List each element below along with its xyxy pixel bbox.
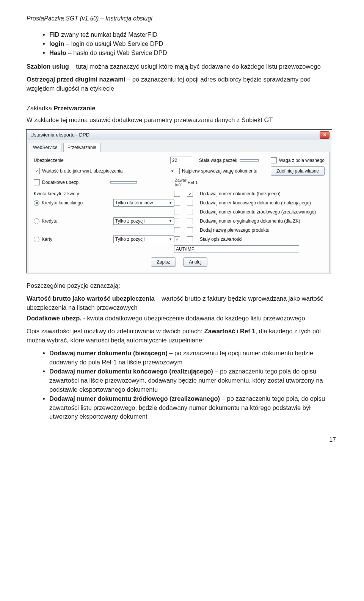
close-icon[interactable]: ✕ bbox=[320, 131, 329, 139]
paragraph-opis-zawartosci: Opis zawartości jest możliwy do zdefinio… bbox=[27, 327, 337, 345]
combo-tylko-pozycji-2-value: Tylko z pozycji bbox=[115, 237, 144, 242]
chevron-down-icon: ▼ bbox=[169, 219, 172, 223]
wartosc-brutto-term: Wartość brutto jako wartość ubezpieczeni… bbox=[27, 295, 155, 302]
opis-part1: Opis zawartości jest możliwy do zdefinio… bbox=[27, 328, 204, 334]
button-zdefiniuj-pola[interactable]: Zdefiniuj pola własne bbox=[271, 166, 325, 176]
cb-zaw-oryg[interactable] bbox=[174, 218, 180, 224]
header-ref1: Ref 1 bbox=[188, 180, 201, 185]
label-dodawaj-koncowego: Dodawaj numer końcowego dokumentu (reali… bbox=[200, 200, 325, 206]
def-fid-text: zwany też numkat bądź MasterFID bbox=[60, 31, 158, 38]
paragraph-wartosc-brutto: Wartość brutto jako wartość ubezpieczeni… bbox=[27, 294, 337, 312]
label-dodatkowe-ubezp: Dodatkowe ubezp. bbox=[42, 180, 110, 185]
def-login-term: login bbox=[49, 40, 64, 47]
combo-tylko-pozycji-1[interactable]: Tylko z pozycji▼ bbox=[113, 217, 174, 225]
tab-pane-przetwarzanie: Ubezpieczenie 22 Stała waga paczek Waga … bbox=[29, 152, 329, 273]
definitions-list: FID zwany też numkat bądź MasterFID logi… bbox=[27, 30, 337, 58]
opis-mid: i bbox=[235, 328, 240, 334]
def-haslo: Hasło – hasło do usługi Web Service DPD bbox=[49, 49, 337, 58]
cb-zaw-staly[interactable] bbox=[174, 236, 180, 242]
cb-zaw-konc[interactable] bbox=[174, 200, 180, 206]
tab-webservice[interactable]: WebService bbox=[29, 143, 61, 152]
label-najpierw-sprawdzaj: Najpierw sprawdzaj wagę dokumentu bbox=[182, 168, 257, 174]
chevron-down-icon: ▼ bbox=[169, 201, 172, 205]
opt-voc-1-term: Dodawaj numer dokumentu (bieżącego) bbox=[49, 350, 168, 356]
tab-strip: WebService Przetwarzanie bbox=[27, 140, 332, 152]
input-ubezpieczenie[interactable]: 22 bbox=[170, 157, 192, 164]
cb-zaw-zrod[interactable] bbox=[174, 209, 180, 215]
cb-zaw-biez[interactable] bbox=[174, 191, 180, 197]
label-kwota-kredytu: Kwota kredytu z kwoty bbox=[34, 191, 113, 196]
cb-ref1-staly[interactable] bbox=[187, 236, 193, 242]
section-zakladka: Zakładka Przetwarzanie bbox=[27, 105, 337, 112]
cb-ref1-konc[interactable] bbox=[187, 200, 193, 206]
dodatkowe-ubezp-text: - kwota dodatkowego ubezpieczenie dodawa… bbox=[82, 315, 305, 322]
button-anuluj[interactable]: Anuluj bbox=[183, 257, 207, 267]
cb-zaw-nazwe[interactable] bbox=[174, 227, 180, 233]
label-dodawaj-zrodlowego: Dodawaj numer dokumentu źródłowego (zrea… bbox=[200, 209, 325, 215]
label-kredytu-kupieckiego: Kredytu kupieckiego bbox=[42, 200, 83, 206]
cb-ref1-zrod[interactable] bbox=[187, 209, 193, 215]
label-dodaj-nazwe: Dodaj nazwę pierwszego produktu bbox=[200, 228, 325, 233]
checkbox-wartosc-brutto[interactable] bbox=[34, 168, 40, 174]
label-stala-waga: Stała waga paczek bbox=[199, 158, 237, 163]
paragraph-ostrzegaj: Ostrzegaj przed długimi nazwami – po zaz… bbox=[27, 75, 337, 93]
label-dodawaj-oryginalnego: Dodawaj numer oryginalnego dokumentu (dl… bbox=[200, 218, 325, 224]
dialog-title-bar: Ustawienia eksportu - DPD ✕ bbox=[27, 130, 332, 140]
export-settings-dialog: Ustawienia eksportu - DPD ✕ WebService P… bbox=[27, 130, 332, 273]
opt-koncowego: Dodawaj numer dokumentu końcowego (reali… bbox=[49, 367, 337, 394]
def-login-text: – login do usługi Web Service DPD bbox=[64, 40, 163, 47]
def-fid: FID zwany też numkat bądź MasterFID bbox=[49, 30, 337, 39]
opt-biezacego: Dodawaj numer dokumentu (bieżącego) – po… bbox=[49, 349, 337, 367]
tab-przetwarzanie[interactable]: Przetwarzanie bbox=[63, 143, 100, 152]
header-zawartosc: Zawar tość bbox=[175, 178, 188, 187]
label-dodawaj-biezacego: Dodawaj numer dokumentu (bieżącego) bbox=[200, 191, 325, 196]
cb-ref1-biez[interactable] bbox=[187, 191, 193, 197]
radio-kredytu[interactable] bbox=[34, 218, 39, 224]
szablon-term: Szablon usług bbox=[27, 63, 69, 70]
document-header: ProstaPaczka SGT (v1.50) – Instrukcja ob… bbox=[27, 15, 337, 22]
paragraph-zakladka: W zakładce tej można ustawić dodatkowe p… bbox=[27, 116, 337, 125]
chevron-down-icon: ▼ bbox=[169, 237, 172, 241]
page-number: 17 bbox=[27, 436, 337, 443]
input-stala-waga[interactable] bbox=[240, 159, 259, 162]
input-dodatkowe-ubezp[interactable] bbox=[110, 181, 137, 184]
dodatkowe-ubezp-term: Dodatkowe ubezp. bbox=[27, 315, 82, 322]
cb-ref1-nazwe[interactable] bbox=[187, 227, 193, 233]
paragraph-pozycje: Poszczególne pozycje oznaczają: bbox=[27, 281, 337, 290]
dialog-title: Ustawienia eksportu - DPD bbox=[30, 132, 89, 138]
def-haslo-text: – hasło do usługi Web Service DPD bbox=[66, 49, 167, 56]
label-wartosc-brutto: Wartość brutto jako wart. ubezpieczenia bbox=[42, 168, 171, 174]
def-haslo-term: Hasło bbox=[49, 49, 66, 56]
opt-voc-3-term: Dodawaj numer dokumentu źródłowego (zrea… bbox=[49, 395, 220, 402]
opt-voc-2-term: Dodawaj numer dokumentu końcowego (reali… bbox=[49, 368, 213, 375]
combo-tylko-pozycji-1-value: Tylko z pozycji bbox=[115, 218, 144, 224]
button-zapisz[interactable]: Zapisz bbox=[151, 257, 176, 267]
def-fid-term: FID bbox=[49, 31, 60, 38]
opis-zawartosc-term: Zawartość bbox=[204, 328, 235, 334]
checkbox-dodatkowe-ubezp[interactable] bbox=[34, 179, 40, 185]
szablon-text: – tutaj można zaznaczyć usługi które maj… bbox=[69, 63, 321, 70]
opis-ref1-term: Ref 1 bbox=[240, 328, 255, 334]
opt-zrodlowego: Dodawaj numer dokumentu źródłowego (zrea… bbox=[49, 394, 337, 422]
radio-kredytu-kupieckiego[interactable] bbox=[34, 200, 39, 206]
combo-tylko-pozycji-2[interactable]: Tylko z pozycji▼ bbox=[113, 235, 174, 243]
input-aut-imp[interactable]: AUT/IMP bbox=[174, 245, 299, 253]
def-login: login – login do usługi Web Service DPD bbox=[49, 39, 337, 49]
label-ubezpieczenie: Ubezpieczenie bbox=[34, 158, 106, 163]
label-staly-opis: Stały opis zawartości bbox=[200, 237, 325, 242]
label-waga-pola: Waga z pola własnego bbox=[279, 158, 325, 163]
combo-tylko-terminow-value: Tylko dla terminów bbox=[115, 200, 153, 206]
label-kredytu: Kredytu bbox=[42, 218, 57, 224]
zakladka-prefix: Zakładka bbox=[27, 105, 54, 111]
options-list: Dodawaj numer dokumentu (bieżącego) – po… bbox=[27, 349, 337, 421]
paragraph-szablon: Szablon usług – tutaj można zaznaczyć us… bbox=[27, 62, 337, 71]
combo-tylko-terminow[interactable]: Tylko dla terminów▼ bbox=[113, 199, 174, 207]
checkbox-najpierw-sprawdzaj[interactable] bbox=[174, 168, 180, 174]
cb-ref1-oryg[interactable] bbox=[187, 218, 193, 224]
checkbox-waga-pola[interactable] bbox=[271, 157, 277, 163]
ostrzegaj-term: Ostrzegaj przed długimi nazwami bbox=[27, 76, 125, 83]
radio-karty[interactable] bbox=[34, 237, 39, 242]
paragraph-dodatkowe-ubezp: Dodatkowe ubezp. - kwota dodatkowego ube… bbox=[27, 314, 337, 323]
label-karty: Karty bbox=[42, 237, 52, 242]
zakladka-name: Przetwarzanie bbox=[54, 105, 96, 111]
